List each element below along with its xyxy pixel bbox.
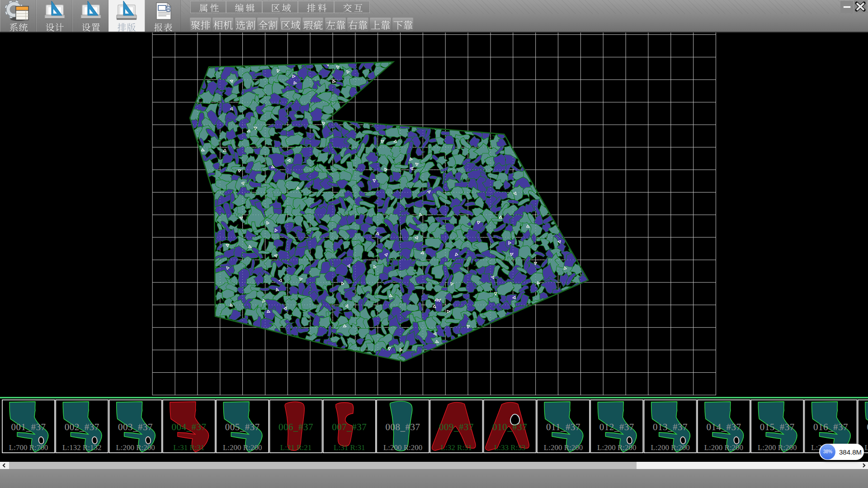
svg-text:L:200 R:200: L:200 R:200	[544, 443, 583, 452]
svg-text:011_#37: 011_#37	[546, 422, 580, 432]
svg-text:L:132 R:132: L:132 R:132	[62, 443, 101, 452]
svg-text:012_#37: 012_#37	[599, 422, 634, 432]
svg-text:008_#37: 008_#37	[386, 422, 420, 432]
svg-text:L:200 R:200: L:200 R:200	[223, 443, 262, 452]
svg-text:015_#37: 015_#37	[760, 422, 795, 432]
svg-text:010_#37: 010_#37	[492, 422, 527, 432]
svg-text:009_#37: 009_#37	[439, 422, 474, 432]
svg-text:L:21 R:21: L:21 R:21	[280, 443, 311, 452]
svg-text:007_#37: 007_#37	[332, 422, 367, 432]
svg-text:L:200 R:200: L:200 R:200	[383, 443, 422, 452]
svg-text:003_#37: 003_#37	[118, 422, 153, 432]
svg-text:L:200 R:200: L:200 R:200	[865, 443, 868, 452]
svg-text:L:32 R:31: L:32 R:31	[441, 443, 472, 452]
svg-text:014_#37: 014_#37	[706, 422, 741, 432]
svg-text:L:200 R:200: L:200 R:200	[758, 443, 797, 452]
svg-text:L:31 R:31: L:31 R:31	[173, 443, 204, 452]
svg-text:006_#37: 006_#37	[278, 422, 313, 432]
svg-text:013_#37: 013_#37	[653, 422, 688, 432]
svg-text:L:700 R:700: L:700 R:700	[9, 443, 48, 452]
svg-text:L:31 R:31: L:31 R:31	[334, 443, 365, 452]
svg-text:005_#37: 005_#37	[225, 422, 260, 432]
svg-text:L:200 R:200: L:200 R:200	[597, 443, 636, 452]
svg-text:001_#37: 001_#37	[11, 422, 46, 432]
svg-text:002_#37: 002_#37	[65, 422, 99, 432]
svg-text:L:200 R:200: L:200 R:200	[651, 443, 689, 452]
svg-text:L:33 R:33: L:33 R:33	[494, 443, 525, 452]
svg-text:L:200 R:200: L:200 R:200	[116, 443, 155, 452]
svg-text:004_#37: 004_#37	[171, 422, 206, 432]
svg-text:016_#37: 016_#37	[813, 422, 848, 432]
svg-text:L:200 R:200: L:200 R:200	[704, 443, 743, 452]
